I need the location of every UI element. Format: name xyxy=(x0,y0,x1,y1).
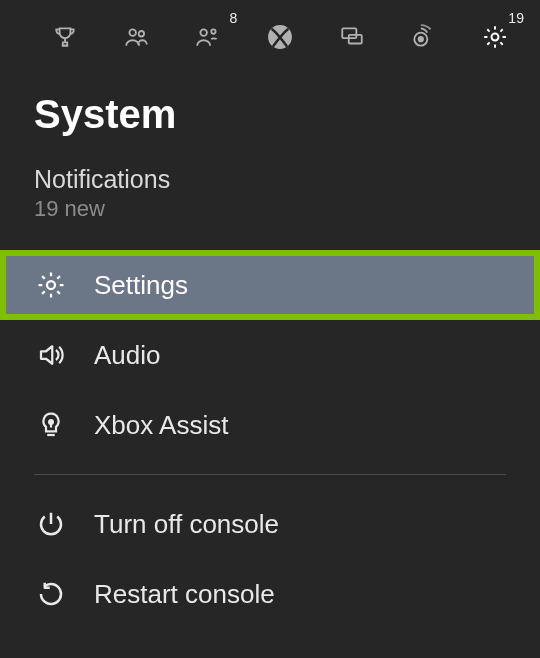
menu-turn-off-label: Turn off console xyxy=(94,509,279,540)
system-tab[interactable]: 19 xyxy=(480,24,510,54)
power-icon xyxy=(34,507,68,541)
menu-audio-label: Audio xyxy=(94,340,161,371)
gear-icon xyxy=(34,268,68,302)
menu-assist-label: Xbox Assist xyxy=(94,410,228,441)
trophy-icon xyxy=(52,24,78,54)
chat-icon xyxy=(339,24,365,54)
party-badge: 8 xyxy=(230,10,238,26)
svg-point-10 xyxy=(47,281,55,289)
page-title: System xyxy=(0,64,540,151)
menu-xbox-assist[interactable]: Xbox Assist xyxy=(0,390,540,460)
notifications-count: 19 new xyxy=(34,196,540,222)
menu-restart[interactable]: Restart console xyxy=(0,559,540,629)
notifications-label: Notifications xyxy=(34,165,540,194)
gear-icon xyxy=(482,24,508,54)
svg-point-0 xyxy=(129,29,136,36)
xbox-icon xyxy=(267,24,293,54)
party-icon xyxy=(195,24,221,54)
menu-settings[interactable]: Settings xyxy=(0,250,540,320)
home-tab[interactable] xyxy=(265,24,295,54)
achievements-tab[interactable] xyxy=(50,24,80,54)
svg-point-8 xyxy=(419,37,423,41)
speaker-icon xyxy=(34,338,68,372)
system-badge: 19 xyxy=(508,10,524,26)
svg-point-3 xyxy=(212,29,216,33)
system-menu: Settings Audio Xbox Assist xyxy=(0,238,540,629)
menu-audio[interactable]: Audio xyxy=(0,320,540,390)
svg-point-11 xyxy=(49,420,53,424)
menu-settings-label: Settings xyxy=(94,270,188,301)
notifications-item[interactable]: Notifications 19 new xyxy=(0,151,540,238)
people-icon xyxy=(124,24,150,54)
guide-tab-bar: 8 xyxy=(0,0,540,64)
friends-tab[interactable] xyxy=(122,24,152,54)
menu-turn-off[interactable]: Turn off console xyxy=(0,489,540,559)
party-tab[interactable]: 8 xyxy=(193,24,223,54)
svg-point-1 xyxy=(138,31,143,36)
svg-rect-6 xyxy=(348,35,361,44)
restart-icon xyxy=(34,577,68,611)
menu-restart-label: Restart console xyxy=(94,579,275,610)
broadcast-tab[interactable] xyxy=(408,24,438,54)
lightbulb-icon xyxy=(34,408,68,442)
chat-tab[interactable] xyxy=(337,24,367,54)
broadcast-icon xyxy=(410,24,436,54)
svg-point-2 xyxy=(201,29,208,36)
svg-point-9 xyxy=(491,34,498,41)
menu-divider xyxy=(34,474,506,475)
